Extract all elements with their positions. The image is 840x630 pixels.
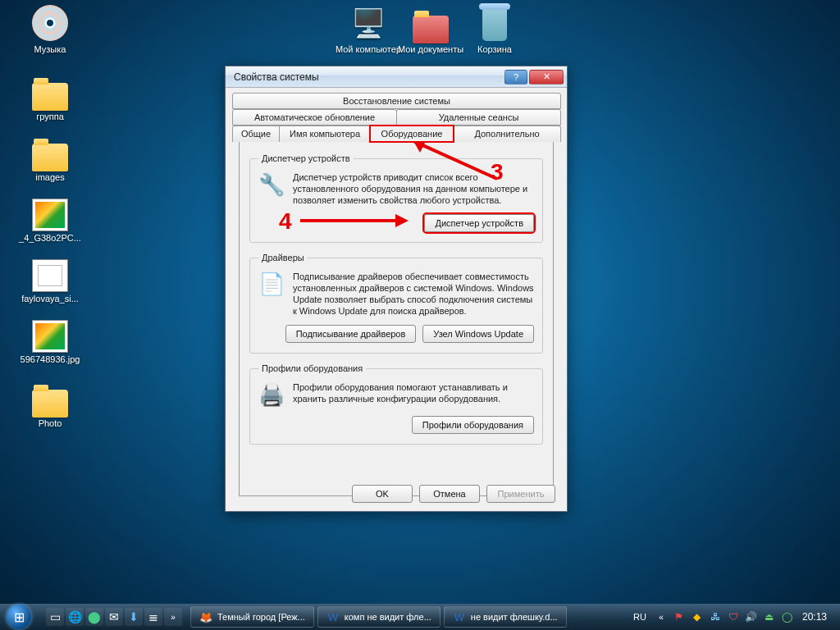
tab-hardware[interactable]: Оборудование <box>370 126 454 142</box>
help-icon: ? <box>514 72 518 82</box>
hardware-profiles-icon: 🖨️ <box>258 381 285 408</box>
group-drivers: Драйверы 📄 Подписывание драйверов обеспе… <box>249 253 543 354</box>
ql-mail[interactable]: ✉ <box>105 608 123 626</box>
tabstrip: Восстановление системы Автоматическое об… <box>226 88 567 496</box>
tray-update-icon[interactable]: ◆ <box>691 610 704 623</box>
tab-remote[interactable]: Удаленные сеансы <box>396 109 561 126</box>
desktop-icon-file-4g38[interactable]: _4_G38o2PC... <box>15 192 85 243</box>
cancel-button[interactable]: Отмена <box>419 485 480 503</box>
task-word-1[interactable]: W комп не видит фле... <box>317 606 441 628</box>
tray-volume-icon[interactable]: 🔊 <box>745 610 758 623</box>
tab-advanced[interactable]: Дополнительно <box>453 126 561 142</box>
tab-computer-name[interactable]: Имя компьютера <box>279 126 371 142</box>
download-icon: ⬇ <box>129 610 139 623</box>
label: images <box>15 172 85 182</box>
label: Музыка <box>15 44 85 54</box>
desktop-icon-group[interactable]: группа <box>15 71 85 121</box>
legend: Профили оборудования <box>258 363 366 373</box>
description: Подписывание драйверов обеспечивает совм… <box>293 271 534 317</box>
clock[interactable]: 20:13 <box>799 611 830 623</box>
desktop-icon: ▭ <box>50 610 61 623</box>
desktop-icon-photo[interactable]: Photo <box>15 377 85 428</box>
description: Диспетчер устройств приводит список всег… <box>293 171 534 206</box>
tray-usb-icon[interactable]: ⏏ <box>763 610 776 623</box>
group-hardware-profiles: Профили оборудования 🖨️ Профили оборудов… <box>249 363 543 445</box>
titlebar[interactable]: Свойства системы ? ✕ <box>226 66 567 88</box>
system-properties-dialog: Свойства системы ? ✕ Восстановление сист… <box>225 66 568 512</box>
label: 596748936.jpg <box>15 354 85 364</box>
list-icon: ≣ <box>148 610 158 623</box>
tray-shield-icon[interactable]: 🛡 <box>727 610 740 623</box>
drivers-icon: 📄 <box>258 271 285 297</box>
chevron-left-icon: « <box>659 613 664 622</box>
ql-browser[interactable]: 🌐 <box>66 608 84 626</box>
ql-chrome[interactable]: ⬤ <box>85 608 103 626</box>
tabpage-hardware: Диспетчер устройств 🔧 Диспетчер устройст… <box>239 142 554 496</box>
globe-icon: 🌐 <box>68 610 82 623</box>
label: Мои документы <box>395 44 466 54</box>
tab-auto-updates[interactable]: Автоматическое обновление <box>232 109 397 126</box>
label: faylovaya_si... <box>15 294 85 304</box>
ql-show-desktop[interactable]: ▭ <box>46 608 64 626</box>
start-button[interactable] <box>0 605 38 629</box>
task-firefox[interactable]: 🦊 Темный город [Реж... <box>190 606 314 628</box>
chevron-right-icon: » <box>171 613 176 622</box>
hardware-profiles-button[interactable]: Профили оборудования <box>412 416 534 434</box>
computer-icon: 🖥️ <box>351 7 386 39</box>
device-manager-button[interactable]: Диспетчер устройств <box>424 214 534 232</box>
label: Корзина <box>459 44 530 54</box>
desktop-icon-file-faylovaya[interactable]: faylovaya_si... <box>15 253 85 304</box>
legend: Диспетчер устройств <box>258 153 354 163</box>
device-manager-icon: 🔧 <box>258 171 285 198</box>
ql-list[interactable]: ≣ <box>144 608 162 626</box>
ql-overflow[interactable]: » <box>164 608 182 626</box>
tab-system-restore[interactable]: Восстановление системы <box>232 93 561 109</box>
label: Мой компьютер <box>333 44 404 54</box>
ok-button[interactable]: OK <box>352 485 413 503</box>
dialog-buttons: OK Отмена Применить <box>352 485 555 503</box>
language-indicator[interactable]: RU <box>630 612 650 622</box>
tray-network-icon[interactable]: 🖧 <box>709 610 722 623</box>
quick-launch: ▭ 🌐 ⬤ ✉ ⬇ ≣ » <box>41 608 187 626</box>
description: Профили оборудования помогают устанавлив… <box>293 381 534 408</box>
tray-app-icon[interactable]: ◯ <box>781 610 794 623</box>
taskbar: ▭ 🌐 ⬤ ✉ ⬇ ≣ » 🦊 Темный город [Реж... W к… <box>0 604 840 630</box>
desktop-icon-my-computer[interactable]: 🖥️ Мой компьютер <box>333 3 404 54</box>
word-icon: W <box>453 610 466 623</box>
legend: Драйверы <box>258 253 308 262</box>
desktop-icon-images[interactable]: images <box>15 131 85 182</box>
close-icon: ✕ <box>543 71 550 82</box>
label: _4_G38o2PC... <box>15 233 85 243</box>
apply-button[interactable]: Применить <box>486 485 555 503</box>
desktop-icon-my-documents[interactable]: Мои документы <box>395 3 466 54</box>
windows-update-button[interactable]: Узел Windows Update <box>422 325 534 343</box>
help-button[interactable]: ? <box>504 70 527 84</box>
tab-general[interactable]: Общие <box>232 126 280 142</box>
firefox-icon: 🦊 <box>199 610 212 623</box>
task-label: комп не видит фле... <box>345 612 431 622</box>
word-icon: W <box>326 610 340 623</box>
task-word-2[interactable]: W не видит флешку.d... <box>444 606 567 628</box>
tray-flag-icon[interactable]: ⚑ <box>673 610 686 623</box>
system-tray: RU « ⚑ ◆ 🖧 🛡 🔊 ⏏ ◯ 20:13 <box>630 610 835 623</box>
group-device-manager: Диспетчер устройств 🔧 Диспетчер устройст… <box>249 153 543 243</box>
mail-icon: ✉ <box>109 610 119 623</box>
ql-download[interactable]: ⬇ <box>125 608 143 626</box>
close-button[interactable]: ✕ <box>529 70 564 84</box>
task-label: Темный город [Реж... <box>217 612 305 622</box>
windows-orb-icon <box>7 605 31 629</box>
desktop-icon-file-596[interactable]: 596748936.jpg <box>15 313 85 364</box>
chrome-icon: ⬤ <box>88 610 101 623</box>
desktop-icon-music[interactable]: Музыка <box>15 3 85 54</box>
label: Photo <box>15 418 85 428</box>
tray-overflow[interactable]: « <box>655 610 668 623</box>
task-label: не видит флешку.d... <box>471 612 558 622</box>
driver-signing-button[interactable]: Подписывание драйверов <box>285 325 417 343</box>
window-title: Свойства системы <box>234 71 319 83</box>
label: группа <box>15 112 85 121</box>
desktop-icon-recycle-bin[interactable]: Корзина <box>459 3 530 54</box>
